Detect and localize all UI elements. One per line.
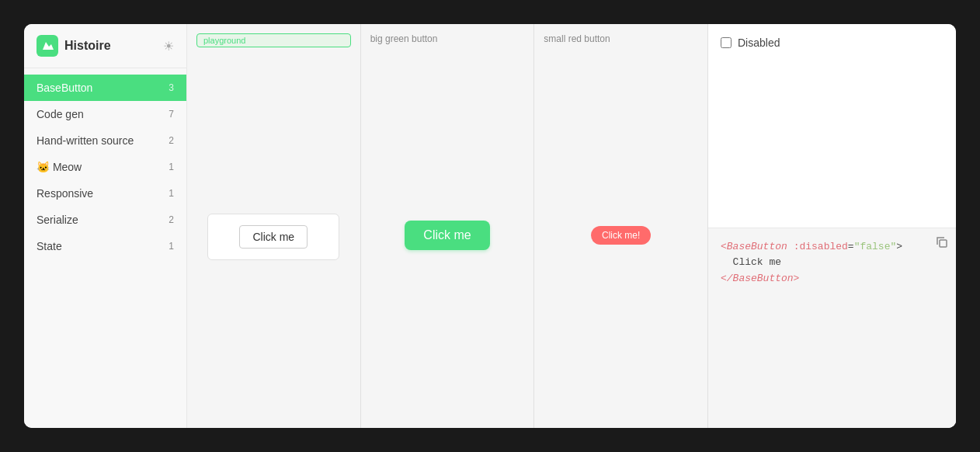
sidebar-item-badge: 1: [169, 241, 174, 252]
code-attr: :disabled: [787, 241, 848, 252]
app-container: Histoire ☀ BaseButton 3 Code gen 7 Hand-…: [24, 24, 956, 428]
variant-content-big-green: Click me: [370, 52, 525, 419]
variant-label-playground: playground: [196, 33, 351, 47]
disabled-control[interactable]: Disabled: [721, 37, 944, 49]
variant-content-playground: Click me: [196, 55, 351, 419]
variant-big-green: big green button Click me: [361, 24, 535, 428]
sidebar-item-label: Code gen: [36, 108, 84, 120]
sidebar-item-label: Responsive: [36, 187, 93, 200]
disabled-checkbox[interactable]: [721, 37, 732, 48]
right-panel: Disabled <BaseButton :disabled="false"> …: [707, 24, 956, 428]
small-red-button[interactable]: Click me!: [591, 226, 651, 245]
variant-box-playground: Click me: [207, 214, 339, 260]
copy-code-button[interactable]: [936, 236, 948, 251]
variant-label-small-red: small red button: [544, 33, 698, 44]
sidebar-item-label: State: [36, 240, 62, 252]
code-section: <BaseButton :disabled="false"> Click me …: [708, 228, 956, 429]
sidebar-item-label: 🐱 Meow: [36, 161, 82, 173]
sidebar-header: Histoire ☀: [24, 24, 186, 68]
sidebar-item-label: BaseButton: [36, 82, 92, 94]
sidebar-item-label: Serialize: [36, 214, 78, 226]
preview-panel: playground Click me big green button Cli…: [187, 24, 707, 428]
logo-icon: [36, 35, 58, 57]
sidebar-item-badge: 2: [169, 135, 174, 146]
variant-playground: playground Click me: [187, 24, 361, 428]
disabled-label: Disabled: [738, 37, 780, 49]
main-content: playground Click me big green button Cli…: [187, 24, 956, 428]
sidebar-item-badge: 1: [169, 162, 174, 172]
code-value: "false": [854, 241, 897, 252]
controls-section: Disabled: [708, 24, 956, 228]
sidebar-item-meow[interactable]: 🐱 Meow 1: [24, 154, 186, 180]
sidebar-item-badge: 2: [169, 214, 174, 225]
sidebar-item-codegen[interactable]: Code gen 7: [24, 101, 186, 127]
code-tag-end: </BaseButton>: [721, 273, 799, 284]
code-tag-close: >: [896, 241, 902, 252]
code-inner: Click me: [721, 256, 781, 268]
sidebar: Histoire ☀ BaseButton 3 Code gen 7 Hand-…: [24, 24, 187, 428]
sidebar-item-badge: 1: [169, 188, 174, 199]
code-tag-open: <BaseButton: [721, 241, 787, 252]
sidebar-item-responsive[interactable]: Responsive 1: [24, 180, 186, 207]
code-eq: =: [848, 241, 854, 252]
panels-row: playground Click me big green button Cli…: [187, 24, 956, 428]
sidebar-item-state[interactable]: State 1: [24, 233, 186, 259]
sidebar-item-badge: 3: [169, 82, 174, 93]
sidebar-nav: BaseButton 3 Code gen 7 Hand-written sou…: [24, 68, 186, 428]
variant-content-small-red: Click me!: [544, 52, 698, 419]
sidebar-item-label: Hand-written source: [36, 134, 134, 147]
variant-label-big-green: big green button: [370, 33, 525, 44]
variant-small-red: small red button Click me!: [534, 24, 707, 428]
sidebar-item-serialize[interactable]: Serialize 2: [24, 207, 186, 233]
code-block: <BaseButton :disabled="false"> Click me …: [721, 239, 944, 287]
theme-toggle-icon[interactable]: ☀: [163, 39, 174, 54]
default-button[interactable]: Click me: [239, 225, 308, 249]
logo-text: Histoire: [64, 39, 111, 53]
sidebar-item-basebutton[interactable]: BaseButton 3: [24, 75, 186, 101]
logo-area: Histoire: [36, 35, 111, 57]
sidebar-item-badge: 7: [169, 109, 174, 120]
svg-rect-0: [940, 240, 947, 247]
sidebar-item-handwritten[interactable]: Hand-written source 2: [24, 127, 186, 154]
big-green-button[interactable]: Click me: [405, 221, 489, 250]
